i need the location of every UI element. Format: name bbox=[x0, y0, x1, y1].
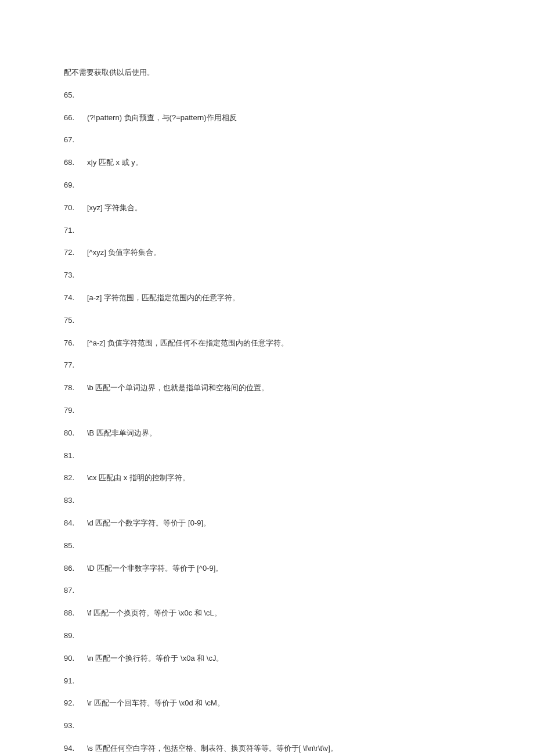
list-item: 81. bbox=[64, 450, 470, 462]
list-item: 65. bbox=[64, 89, 470, 102]
line-number: 89. bbox=[64, 630, 87, 642]
list-item: 82.\cx 匹配由 x 指明的控制字符。 bbox=[64, 472, 470, 484]
line-number: 71. bbox=[64, 225, 87, 237]
list-item: 93. bbox=[64, 720, 470, 732]
line-number: 79. bbox=[64, 405, 87, 417]
line-content: [^a-z] 负值字符范围，匹配任何不在指定范围内的任意字符。 bbox=[87, 337, 470, 350]
list-item: 86.\D 匹配一个非数字字符。等价于 [^0-9]。 bbox=[64, 563, 470, 575]
line-content: \d 匹配一个数字字符。等价于 [0-9]。 bbox=[87, 517, 470, 530]
line-content: \f 匹配一个换页符。等价于 \x0c 和 \cL。 bbox=[87, 607, 470, 620]
list-item: 73. bbox=[64, 269, 470, 282]
lines-list: 65.66.(?!pattern) 负向预查，与(?=pattern)作用相反6… bbox=[64, 89, 470, 756]
list-item: 78.\b 匹配一个单词边界，也就是指单词和空格间的位置。 bbox=[64, 382, 470, 394]
line-content: \D 匹配一个非数字字符。等价于 [^0-9]。 bbox=[87, 563, 470, 575]
list-item: 91. bbox=[64, 675, 470, 687]
list-item: 74.[a-z] 字符范围，匹配指定范围内的任意字符。 bbox=[64, 292, 470, 304]
line-number: 66. bbox=[64, 112, 87, 124]
list-item: 94.\s 匹配任何空白字符，包括空格、制表符、换页符等等。等价于[ \f\n\… bbox=[64, 743, 470, 755]
line-content: [xyz] 字符集合。 bbox=[87, 202, 470, 214]
line-number: 83. bbox=[64, 495, 87, 507]
list-item: 85. bbox=[64, 540, 470, 552]
line-number: 90. bbox=[64, 653, 87, 665]
list-item: 90.\n 匹配一个换行符。等价于 \x0a 和 \cJ。 bbox=[64, 653, 470, 665]
line-number: 77. bbox=[64, 359, 87, 372]
list-item: 66.(?!pattern) 负向预查，与(?=pattern)作用相反 bbox=[64, 112, 470, 124]
line-content: [^xyz] 负值字符集合。 bbox=[87, 247, 470, 259]
line-number: 65. bbox=[64, 89, 87, 102]
list-item: 89. bbox=[64, 630, 470, 642]
line-content: \r 匹配一个回车符。等价于 \x0d 和 \cM。 bbox=[87, 697, 470, 710]
line-content: [a-z] 字符范围，匹配指定范围内的任意字符。 bbox=[87, 292, 470, 304]
line-number: 81. bbox=[64, 450, 87, 462]
line-number: 75. bbox=[64, 315, 87, 327]
list-item: 76.[^a-z] 负值字符范围，匹配任何不在指定范围内的任意字符。 bbox=[64, 337, 470, 350]
line-number: 72. bbox=[64, 247, 87, 259]
line-number: 78. bbox=[64, 382, 87, 394]
line-number: 86. bbox=[64, 563, 87, 575]
line-number: 76. bbox=[64, 337, 87, 350]
line-number: 69. bbox=[64, 179, 87, 192]
list-item: 75. bbox=[64, 315, 470, 327]
list-item: 72.[^xyz] 负值字符集合。 bbox=[64, 247, 470, 259]
line-number: 93. bbox=[64, 720, 87, 732]
list-item: 79. bbox=[64, 405, 470, 417]
line-content: \cx 匹配由 x 指明的控制字符。 bbox=[87, 472, 470, 484]
line-number: 94. bbox=[64, 743, 87, 755]
line-number: 82. bbox=[64, 472, 87, 484]
line-number: 68. bbox=[64, 157, 87, 169]
list-item: 71. bbox=[64, 225, 470, 237]
line-number: 67. bbox=[64, 134, 87, 146]
line-number: 84. bbox=[64, 517, 87, 530]
list-item: 69. bbox=[64, 179, 470, 192]
line-content: (?!pattern) 负向预查，与(?=pattern)作用相反 bbox=[87, 112, 470, 124]
line-number: 70. bbox=[64, 202, 87, 214]
list-item: 92.\r 匹配一个回车符。等价于 \x0d 和 \cM。 bbox=[64, 697, 470, 710]
list-item: 84.\d 匹配一个数字字符。等价于 [0-9]。 bbox=[64, 517, 470, 530]
line-number: 85. bbox=[64, 540, 87, 552]
list-item: 70.[xyz] 字符集合。 bbox=[64, 202, 470, 214]
line-number: 80. bbox=[64, 427, 87, 440]
line-number: 92. bbox=[64, 697, 87, 710]
line-content: \s 匹配任何空白字符，包括空格、制表符、换页符等等。等价于[ \f\n\r\t… bbox=[87, 743, 470, 755]
list-item: 77. bbox=[64, 359, 470, 372]
list-item: 87. bbox=[64, 585, 470, 597]
line-content: \b 匹配一个单词边界，也就是指单词和空格间的位置。 bbox=[87, 382, 470, 394]
line-number: 91. bbox=[64, 675, 87, 687]
line-content: \n 匹配一个换行符。等价于 \x0a 和 \cJ。 bbox=[87, 653, 470, 665]
list-item: 80.\B 匹配非单词边界。 bbox=[64, 427, 470, 440]
line-content: x|y 匹配 x 或 y。 bbox=[87, 157, 470, 169]
line-number: 88. bbox=[64, 607, 87, 620]
list-item: 83. bbox=[64, 495, 470, 507]
list-item: 88.\f 匹配一个换页符。等价于 \x0c 和 \cL。 bbox=[64, 607, 470, 620]
line-number: 74. bbox=[64, 292, 87, 304]
line-number: 87. bbox=[64, 585, 87, 597]
line-number: 73. bbox=[64, 269, 87, 282]
document-page: 配不需要获取供以后使用。 65.66.(?!pattern) 负向预查，与(?=… bbox=[0, 0, 534, 756]
list-item: 68.x|y 匹配 x 或 y。 bbox=[64, 157, 470, 169]
list-item: 67. bbox=[64, 134, 470, 146]
intro-text: 配不需要获取供以后使用。 bbox=[64, 67, 470, 79]
line-content: \B 匹配非单词边界。 bbox=[87, 427, 470, 440]
